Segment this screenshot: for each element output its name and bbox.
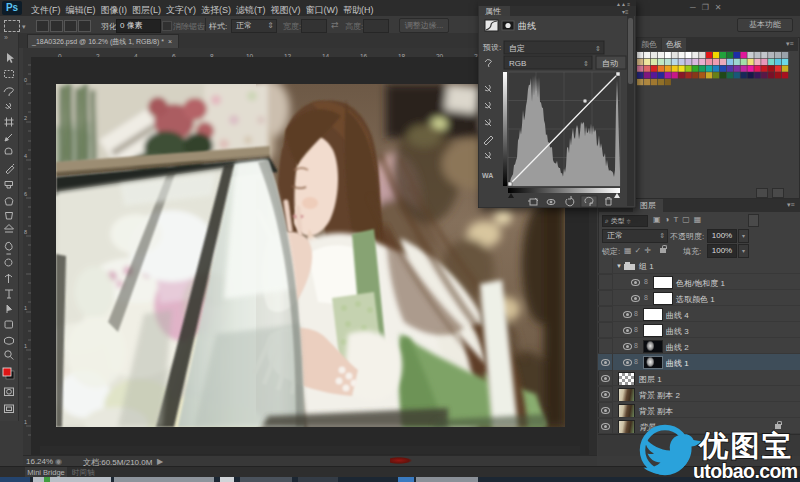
svg-text:自定: 自定 [509,44,525,53]
svg-text:8: 8 [24,229,27,235]
svg-text:预设:: 预设: [483,43,501,52]
svg-text:优图宝: 优图宝 [698,429,794,462]
svg-text:1: 1 [24,343,27,349]
svg-text:▲▲ ≡: ▲▲ ≡ [616,1,630,7]
svg-text:⇕: ⇕ [583,60,589,67]
svg-text:自动: 自动 [602,59,618,68]
svg-text:6: 6 [24,191,27,197]
svg-text:▾≡: ▾≡ [622,9,629,15]
svg-text:2: 2 [24,115,27,121]
svg-text:utobao.com: utobao.com [693,460,798,482]
svg-text:WA: WA [482,172,493,179]
svg-text:RGB: RGB [509,59,526,68]
svg-text:0: 0 [24,77,27,83]
svg-text:属性: 属性 [485,7,501,16]
svg-text:1: 1 [24,305,27,311]
svg-text:曲线: 曲线 [518,21,536,31]
svg-text:4: 4 [24,153,27,159]
svg-text:⇕: ⇕ [595,45,601,52]
svg-text:1: 1 [24,419,27,425]
